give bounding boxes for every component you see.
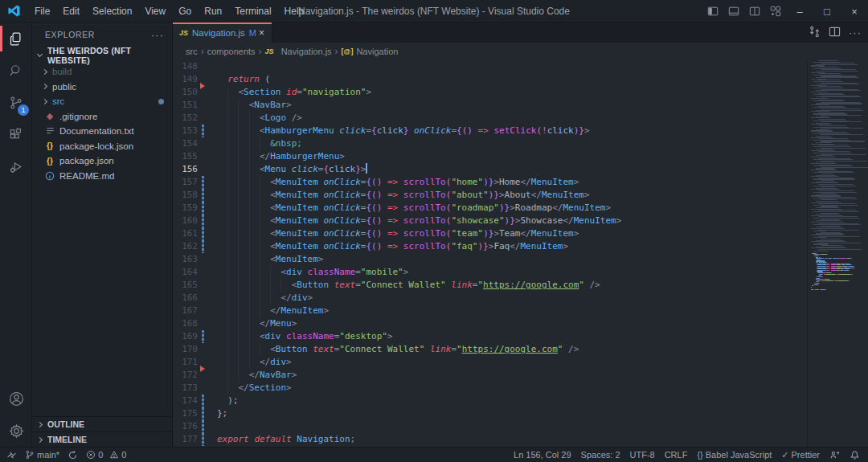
code-line-160[interactable]: 160<MenuItem onClick={() => scrollTo("sh… [173,215,807,227]
minimize-button[interactable]: – [786,0,813,22]
minimap[interactable] [807,60,868,447]
line-number: 172 [173,369,198,382]
indentation-setting[interactable]: Spaces: 2 [581,450,620,460]
tree-item-build[interactable]: build [32,64,172,80]
tree-item--gitignore[interactable]: ◆.gitignore [32,109,172,125]
chevron-right-icon [37,436,43,442]
menu-terminal[interactable]: Terminal [228,0,277,22]
code-line-167[interactable]: 167</MenuItem> [173,305,807,317]
encoding-setting[interactable]: UTF-8 [630,450,655,460]
section-timeline[interactable]: TIMELINE [32,431,172,447]
source-control-icon[interactable]: 1 [0,87,32,119]
explorer-more-actions-icon[interactable]: ··· [151,29,164,41]
code-line-155[interactable]: 155</HamburgerMenu> [173,150,807,163]
open-changes-icon[interactable] [809,26,821,40]
code-line-156[interactable]: 156<Menu click={click}> [173,163,807,176]
close-tab-icon[interactable]: × [256,27,267,39]
toggle-panel-icon[interactable] [723,1,744,22]
workspace-root-folder[interactable]: THE WEIRDOS (NFT WEBSITE) [32,47,172,64]
code-line-163[interactable]: 163<MenuItem> [173,253,807,266]
tree-item-src[interactable]: src [32,94,172,109]
chevron-right-icon: › [335,46,338,57]
code-line-162[interactable]: 162<MenuItem onClick={() => scrollTo("fa… [173,240,807,253]
cursor-position[interactable]: Ln 156, Col 29 [514,450,571,460]
run-debug-icon[interactable] [0,151,32,183]
code-editor[interactable]: 148149return (150<Section id="navigation… [173,60,807,447]
code-line-174[interactable]: 174); [173,395,807,407]
menu-view[interactable]: View [138,0,172,22]
eol-setting[interactable]: CRLF [665,450,688,460]
chevron-right-icon [42,99,47,104]
code-line-170[interactable]: 170<Button text="Connect Wallet" link="h… [173,343,807,356]
feedback-icon[interactable] [829,450,840,460]
language-mode[interactable]: {}Babel JavaScript [697,450,772,460]
tree-item-package-json[interactable]: {}package.json [32,153,172,169]
code-line-165[interactable]: 165<Button text="Connect Wallet" link="h… [173,279,807,292]
code-line-176[interactable]: 176 [173,420,807,433]
text-file-icon [44,126,55,136]
split-editor-layout-icon[interactable] [744,1,765,22]
code-line-177[interactable]: 177export default Navigation; [173,433,807,446]
split-editor-icon[interactable] [829,26,841,40]
svg-text:i: i [49,173,51,178]
code-line-169[interactable]: 169<div className="desktop"> [173,330,807,343]
menu-file[interactable]: File [28,0,56,22]
code-line-158[interactable]: 158<MenuItem onClick={() => scrollTo("ab… [173,189,807,202]
accounts-icon[interactable] [0,382,32,415]
code-line-157[interactable]: 157<MenuItem onClick={() => scrollTo("ho… [173,176,807,189]
code-line-151[interactable]: 151<NavBar> [173,99,807,112]
tab-bar: JS Navigation.js M × ··· [173,22,868,43]
notifications-bell-icon[interactable] [850,450,860,460]
git-modified-gutter-icon [202,227,204,240]
breadcrumb-file[interactable]: Navigation.js [281,47,332,56]
git-branch-indicator[interactable]: main* [25,450,59,460]
code-line-168[interactable]: 168</Menu> [173,317,807,330]
code-line-161[interactable]: 161<MenuItem onClick={() => scrollTo("te… [173,227,807,240]
chevron-right-icon [42,84,47,89]
close-button[interactable]: × [841,0,868,22]
line-number: 176 [173,420,198,433]
tree-item-public[interactable]: public [32,80,172,95]
code-line-172[interactable]: 172</NavBar> [173,369,807,382]
section-outline[interactable]: OUTLINE [32,416,172,431]
code-line-152[interactable]: 152<Logo /> [173,112,807,125]
toggle-sidebar-icon[interactable] [702,1,723,22]
tree-item-package-lock-json[interactable]: {}package-lock.json [32,139,172,154]
code-line-148[interactable]: 148 [173,60,807,73]
tree-item-documentation-txt[interactable]: Documentation.txt [32,124,172,139]
code-line-175[interactable]: 175}; [173,407,807,420]
title-bar: FileEditSelectionViewGoRunTerminalHelp N… [0,0,868,22]
code-line-173[interactable]: 173</Section> [173,382,807,395]
breadcrumb-symbol-navigation[interactable]: Navigation [356,47,398,56]
line-number: 171 [173,356,198,369]
breadcrumb-components[interactable]: components [207,47,256,56]
customize-layout-icon[interactable] [765,1,786,22]
editor-more-actions-icon[interactable]: ··· [849,27,862,39]
code-line-159[interactable]: 159<MenuItem onClick={() => scrollTo("ro… [173,202,807,215]
explorer-icon[interactable] [0,22,32,55]
tree-item-readme-md[interactable]: iREADME.md [32,169,172,184]
code-line-164[interactable]: 164<div className="mobile"> [173,266,807,279]
code-line-149[interactable]: 149return ( [173,73,807,86]
formatter-status[interactable]: ✓Prettier [781,450,820,460]
problems-indicator[interactable]: 0 0 [86,450,126,460]
maximize-button[interactable]: □ [813,0,841,22]
code-line-150[interactable]: 150<Section id="navigation"> [173,86,807,99]
sync-icon[interactable] [68,450,78,460]
code-line-171[interactable]: 171</div> [173,356,807,369]
search-icon[interactable] [0,55,32,87]
tab-navigation-js[interactable]: JS Navigation.js M × [173,22,272,43]
menu-edit[interactable]: Edit [56,0,86,22]
code-line-166[interactable]: 166</div> [173,292,807,305]
settings-gear-icon[interactable] [0,415,32,447]
extensions-icon[interactable] [0,119,32,151]
menu-run[interactable]: Run [198,0,228,22]
menu-selection[interactable]: Selection [86,0,138,22]
menu-go[interactable]: Go [172,0,198,22]
remote-icon[interactable] [6,450,17,460]
code-line-154[interactable]: 154&nbsp; [173,137,807,150]
menu-help[interactable]: Help [278,0,311,22]
code-line-153[interactable]: 153<HamburgerMenu click={click} onClick=… [173,125,807,137]
line-number: 152 [173,112,198,125]
breadcrumb-src[interactable]: src [186,47,198,56]
